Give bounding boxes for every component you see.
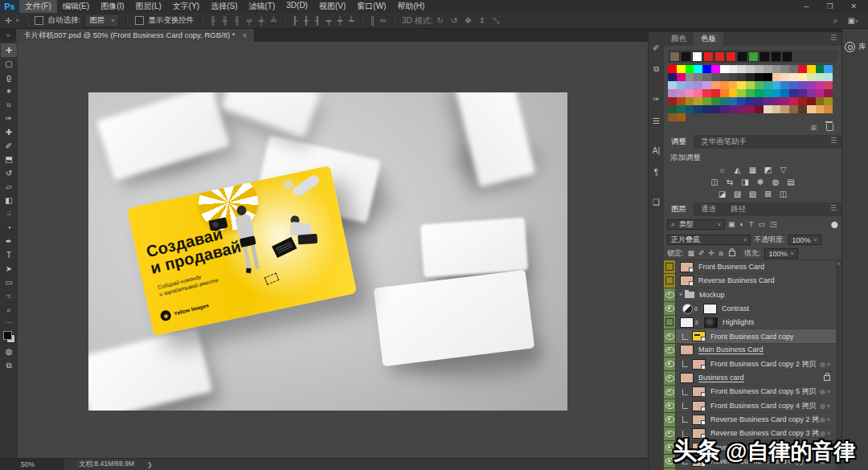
swatch-cell[interactable] [677, 113, 686, 121]
swatch-cell[interactable] [720, 105, 729, 113]
auto-select-dropdown[interactable]: 图层 ˅ [84, 14, 119, 27]
layers-tab[interactable]: 路径 [723, 202, 753, 216]
swatch-cell[interactable] [686, 89, 694, 97]
lock-icon[interactable]: ⧈ [719, 249, 723, 258]
swatch-cell[interactable] [772, 97, 781, 105]
visibility-toggle[interactable] [664, 316, 676, 329]
menu-item[interactable]: 3D(D) [280, 0, 313, 13]
visibility-toggle[interactable] [664, 413, 676, 426]
swatch-cell[interactable] [711, 97, 720, 105]
panel-strip-icon[interactable]: ¶ [649, 165, 664, 179]
swatch-cell[interactable] [711, 65, 720, 73]
visibility-toggle[interactable] [664, 302, 676, 315]
layer-thumbnail[interactable] [692, 386, 706, 397]
swatch-cell[interactable] [729, 81, 738, 89]
layer-row[interactable]: Front Business Card copy 2 拷贝◎˅ [664, 358, 841, 371]
swatch-cell[interactable] [694, 73, 702, 81]
swatch-cell[interactable] [737, 89, 746, 97]
swatch-cell[interactable] [686, 65, 694, 73]
3d-mode-icon[interactable]: ↺ [451, 17, 457, 25]
smart-filter-toggle[interactable]: ◎˅ [820, 388, 830, 395]
edit-toolbar-icon[interactable]: ⋯ [6, 318, 13, 326]
swatch-cell[interactable] [737, 73, 746, 81]
swatch-cell[interactable] [824, 97, 833, 105]
smart-filter-toggle[interactable]: ◎˅ [820, 361, 830, 368]
swatch-cell[interactable] [729, 105, 738, 113]
swatch-cell[interactable] [711, 81, 720, 89]
panel-menu-icon[interactable]: ☰ [830, 202, 841, 216]
swatch-cell[interactable] [824, 81, 833, 89]
recent-swatch[interactable] [737, 51, 747, 62]
swatch-cell[interactable] [694, 65, 702, 73]
visibility-toggle[interactable] [664, 371, 676, 384]
swatch-cell[interactable] [711, 89, 720, 97]
adjustments-tab[interactable]: 调整 [664, 135, 694, 149]
recent-swatch[interactable] [771, 51, 781, 62]
smart-filter-toggle[interactable]: ◎˅ [820, 403, 830, 410]
swatch-cell[interactable] [780, 97, 789, 105]
swatch-cell[interactable] [755, 73, 764, 81]
swatch-cell[interactable] [729, 89, 738, 97]
swatch-cell[interactable] [686, 105, 694, 113]
3d-mode-icon[interactable]: ↻ [437, 17, 444, 25]
swatch-cell[interactable] [772, 73, 781, 81]
visibility-toggle[interactable] [664, 386, 676, 398]
swatch-cell[interactable] [694, 97, 702, 105]
layer-filter-icon[interactable]: ◳ [770, 220, 777, 228]
swatch-cell[interactable] [798, 97, 807, 105]
swatch-cell[interactable] [816, 97, 825, 105]
swatch-cell[interactable] [780, 65, 789, 73]
lock-icon[interactable]: ✐ [698, 249, 705, 258]
visibility-toggle[interactable] [664, 358, 676, 370]
layer-thumbnail[interactable] [692, 401, 706, 411]
swatch-cell[interactable] [807, 97, 816, 105]
swatch-cell[interactable] [694, 81, 702, 89]
swatch-cell[interactable] [720, 89, 729, 97]
adjustment-icon[interactable]: ◨ [739, 177, 751, 187]
layer-name[interactable]: Front Business Card copy 2 拷贝 [710, 359, 817, 370]
swatch-cell[interactable] [702, 65, 711, 73]
layer-thumbnail[interactable] [680, 317, 694, 328]
layer-row[interactable]: Front Business Card copy 5 拷贝◎˅ [664, 386, 841, 399]
layers-tab[interactable]: 图层 [664, 202, 694, 216]
swatch-cell[interactable] [798, 65, 807, 73]
adjustment-icon[interactable]: ◫ [709, 177, 721, 187]
adjustment-icon[interactable]: ❋ [755, 177, 767, 187]
swatch-cell[interactable] [816, 65, 825, 73]
swatch-cell[interactable] [798, 89, 807, 97]
swatch-cell[interactable] [677, 81, 686, 89]
layer-thumbnail[interactable] [692, 359, 706, 370]
swatch-cell[interactable] [824, 65, 833, 73]
swatch-cell[interactable] [807, 65, 816, 73]
recent-swatch[interactable] [782, 51, 792, 62]
adjustments-tab[interactable]: 灵华画笔助手 [694, 135, 754, 149]
swatch-cell[interactable] [702, 97, 711, 105]
layer-thumbnail[interactable] [680, 373, 694, 383]
swatch-cell[interactable] [677, 73, 686, 81]
layer-name[interactable]: Mockup [699, 291, 725, 299]
swatch-cell[interactable] [755, 89, 764, 97]
menu-item[interactable]: 文字(Y) [167, 0, 205, 13]
group-caret-icon[interactable]: ˅ [679, 292, 682, 297]
quick-selection-tool[interactable]: ✶ [1, 84, 17, 98]
distribute-icon[interactable]: ╂ [304, 17, 309, 25]
zoom-tool[interactable]: ⌕ [1, 303, 17, 317]
swatch-cell[interactable] [780, 89, 789, 97]
distribute-icon[interactable]: ┠ [293, 17, 297, 25]
recent-swatch[interactable] [760, 51, 770, 62]
distribute-icon[interactable]: ┨ [315, 17, 320, 25]
swatch-cell[interactable] [798, 105, 807, 113]
3d-mode-icon[interactable]: ⤡ [493, 17, 499, 25]
swatch-cell[interactable] [737, 105, 746, 113]
swatch-cell[interactable] [755, 105, 764, 113]
adjustment-icon[interactable]: ⇆ [724, 177, 736, 187]
menu-item[interactable]: 图像(I) [95, 0, 129, 13]
fill-dropdown[interactable]: 100% ˅ [764, 248, 797, 259]
layer-name[interactable]: Reverse Business Card copy 2 拷贝 [710, 415, 820, 425]
spacing-icon[interactable]: ║ [370, 17, 375, 25]
move-tool[interactable]: ✛ [1, 43, 17, 57]
layer-name[interactable]: Contrast [722, 304, 749, 313]
swatch-cell[interactable] [772, 89, 781, 97]
swatch-cell[interactable] [677, 105, 686, 113]
close-button[interactable]: ✕ [850, 2, 857, 10]
